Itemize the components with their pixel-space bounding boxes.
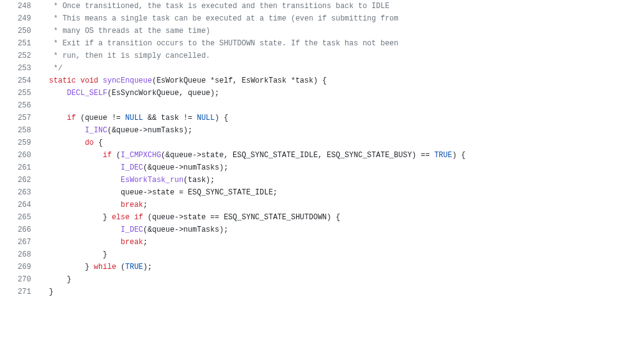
line-number[interactable]: 250 <box>0 25 31 37</box>
indent <box>31 76 49 85</box>
line-number[interactable]: 259 <box>0 137 31 149</box>
code-line: 262 EsWorkTask_run(task); <box>0 174 622 186</box>
token: } <box>85 263 93 271</box>
code-content[interactable] <box>31 99 622 112</box>
token: break <box>121 201 143 209</box>
line-number[interactable]: 266 <box>0 224 31 236</box>
code-content[interactable]: break; <box>31 199 622 211</box>
code-content[interactable]: I_DEC(&queue->numTasks); <box>31 224 622 236</box>
line-number[interactable]: 267 <box>0 236 31 248</box>
indent <box>31 263 85 271</box>
token: (queue->state == ESQ_SYNC_STATE_SHUTDOWN… <box>143 213 340 222</box>
line-number[interactable]: 268 <box>0 248 31 261</box>
line-number[interactable]: 263 <box>0 186 31 199</box>
code-content[interactable]: queue->state = ESQ_SYNC_STATE_IDLE; <box>31 186 622 199</box>
line-number[interactable]: 264 <box>0 199 31 211</box>
indent <box>31 2 49 11</box>
token: (&queue->numTasks); <box>107 126 192 135</box>
token: EsWorkTask_run <box>121 176 183 184</box>
token: syncEnqueue <box>103 76 152 85</box>
code-content[interactable]: static void syncEnqueue(EsWorkQueue *sel… <box>31 75 622 87</box>
code-line: 255 DECL_SELF(EsSyncWorkQueue, queue); <box>0 87 622 99</box>
token: ) { <box>215 114 228 122</box>
token: * run, then it is simply cancelled. <box>49 52 210 60</box>
token: (task); <box>183 176 215 184</box>
code-line: 259 do { <box>0 137 622 149</box>
code-line: 269 } while (TRUE); <box>0 261 622 273</box>
code-content[interactable]: */ <box>31 62 622 75</box>
line-number[interactable]: 254 <box>0 75 31 87</box>
line-number[interactable]: 251 <box>0 37 31 50</box>
code-line: 271 } <box>0 286 622 298</box>
line-number[interactable]: 271 <box>0 286 31 298</box>
code-content[interactable]: * This means a single task can be execut… <box>31 12 622 25</box>
code-content[interactable]: * Exit if a transition occurs to the SHU… <box>31 37 622 50</box>
code-line: 249 * This means a single task can be ex… <box>0 12 622 25</box>
code-content[interactable]: * run, then it is simply cancelled. <box>31 50 622 62</box>
code-line: 261 I_DEC(&queue->numTasks); <box>0 162 622 174</box>
code-line: 265 } else if (queue->state == ESQ_SYNC_… <box>0 211 622 224</box>
line-number[interactable]: 253 <box>0 62 31 75</box>
line-number[interactable]: 258 <box>0 124 31 137</box>
indent <box>31 188 121 197</box>
code-content[interactable]: * many OS threads at the same time) <box>31 25 622 37</box>
code-content[interactable]: } <box>31 273 622 286</box>
token: (queue != <box>76 114 125 122</box>
token: NULL <box>125 114 143 122</box>
line-number[interactable]: 257 <box>0 112 31 124</box>
code-content[interactable]: do { <box>31 137 622 149</box>
indent <box>31 139 85 147</box>
line-number[interactable]: 252 <box>0 50 31 62</box>
indent <box>31 225 121 234</box>
code-content[interactable]: DECL_SELF(EsSyncWorkQueue, queue); <box>31 87 622 99</box>
token: queue->state = ESQ_SYNC_STATE_IDLE; <box>121 188 277 197</box>
line-number[interactable]: 256 <box>0 99 31 112</box>
indent <box>31 288 49 296</box>
line-number[interactable]: 248 <box>0 0 31 12</box>
indent <box>31 64 49 73</box>
code-line: 260 if (I_CMPXCHG(&queue->state, ESQ_SYN… <box>0 149 622 162</box>
code-line: 252 * run, then it is simply cancelled. <box>0 50 622 62</box>
line-number[interactable]: 255 <box>0 87 31 99</box>
line-number[interactable]: 249 <box>0 12 31 25</box>
code-line: 254 static void syncEnqueue(EsWorkQueue … <box>0 75 622 87</box>
line-number[interactable]: 261 <box>0 162 31 174</box>
code-content[interactable]: I_INC(&queue->numTasks); <box>31 124 622 137</box>
token: I_INC <box>85 126 107 135</box>
token: do <box>85 139 93 147</box>
indent <box>31 201 121 209</box>
line-number[interactable]: 262 <box>0 174 31 186</box>
code-content[interactable]: } <box>31 286 622 298</box>
indent <box>31 89 67 98</box>
indent <box>31 275 67 284</box>
line-number[interactable]: 269 <box>0 261 31 273</box>
code-content[interactable]: if (I_CMPXCHG(&queue->state, ESQ_SYNC_ST… <box>31 149 622 162</box>
code-content[interactable]: } else if (queue->state == ESQ_SYNC_STAT… <box>31 211 622 224</box>
code-content[interactable]: if (queue != NULL && task != NULL) { <box>31 112 622 124</box>
code-content[interactable]: } <box>31 248 622 261</box>
code-content[interactable]: } while (TRUE); <box>31 261 622 273</box>
indent <box>31 250 103 259</box>
code-content[interactable]: EsWorkTask_run(task); <box>31 174 622 186</box>
token: void <box>80 76 98 85</box>
code-content[interactable]: break; <box>31 236 622 248</box>
token: } <box>103 250 107 259</box>
token: * Exit if a transition occurs to the SHU… <box>49 39 399 48</box>
token: TRUE <box>125 263 143 271</box>
line-number[interactable]: 270 <box>0 273 31 286</box>
line-number[interactable]: 265 <box>0 211 31 224</box>
token: (&queue->numTasks); <box>143 163 228 172</box>
indent <box>31 151 103 160</box>
token: * many OS threads at the same time) <box>49 27 210 35</box>
code-listing: 248 * Once transitioned, the task is exe… <box>0 0 622 298</box>
code-line: 248 * Once transitioned, the task is exe… <box>0 0 622 12</box>
code-line: 267 break; <box>0 236 622 248</box>
code-content[interactable]: * Once transitioned, the task is execute… <box>31 0 622 12</box>
token: ( <box>112 151 121 160</box>
token: (EsWorkQueue *self, EsWorkTask *task) { <box>152 76 327 85</box>
indent <box>31 27 49 35</box>
token: while <box>94 263 116 271</box>
line-number[interactable]: 260 <box>0 149 31 162</box>
code-content[interactable]: I_DEC(&queue->numTasks); <box>31 162 622 174</box>
code-line: 253 */ <box>0 62 622 75</box>
